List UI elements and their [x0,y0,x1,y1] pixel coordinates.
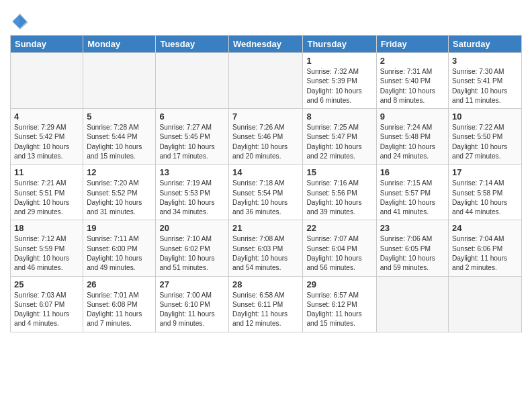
day-number: 19 [87,223,152,233]
day-number: 11 [14,167,79,177]
cell-content: Sunrise: 7:25 AM Sunset: 5:47 PM Dayligh… [306,123,372,161]
logo [10,12,32,31]
day-number: 4 [14,111,79,122]
calendar-cell: 1Sunrise: 7:32 AM Sunset: 5:39 PM Daylig… [303,53,376,109]
calendar-cell [229,53,303,109]
weekday-header-tuesday: Tuesday [156,36,229,53]
cell-content: Sunrise: 7:24 AM Sunset: 5:48 PM Dayligh… [380,123,445,161]
day-number: 12 [87,167,152,177]
cell-content: Sunrise: 7:28 AM Sunset: 5:44 PM Dayligh… [87,123,152,161]
cell-content: Sunrise: 7:11 AM Sunset: 6:00 PM Dayligh… [87,234,152,273]
calendar-cell: 22Sunrise: 7:07 AM Sunset: 6:04 PM Dayli… [303,220,376,276]
page-header [10,7,522,31]
calendar-week-row: 18Sunrise: 7:12 AM Sunset: 5:59 PM Dayli… [11,220,522,276]
day-number: 24 [452,223,518,233]
day-number: 27 [159,279,225,289]
cell-content: Sunrise: 7:29 AM Sunset: 5:42 PM Dayligh… [14,123,79,161]
day-number: 23 [380,223,445,233]
cell-content: Sunrise: 7:15 AM Sunset: 5:57 PM Dayligh… [380,179,445,217]
day-number: 20 [159,223,225,233]
calendar-week-row: 1Sunrise: 7:32 AM Sunset: 5:39 PM Daylig… [11,53,522,109]
calendar-cell: 13Sunrise: 7:19 AM Sunset: 5:53 PM Dayli… [156,165,229,220]
day-number: 15 [306,167,372,177]
cell-content: Sunrise: 6:57 AM Sunset: 6:12 PM Dayligh… [306,291,372,329]
cell-content: Sunrise: 7:27 AM Sunset: 5:45 PM Dayligh… [159,123,225,161]
calendar-cell: 2Sunrise: 7:31 AM Sunset: 5:40 PM Daylig… [376,53,448,109]
calendar-cell: 23Sunrise: 7:06 AM Sunset: 6:05 PM Dayli… [376,220,448,276]
day-number: 6 [159,111,225,122]
calendar-cell: 21Sunrise: 7:08 AM Sunset: 6:03 PM Dayli… [229,220,303,276]
calendar-cell: 5Sunrise: 7:28 AM Sunset: 5:44 PM Daylig… [83,109,156,165]
cell-content: Sunrise: 7:08 AM Sunset: 6:03 PM Dayligh… [232,234,299,273]
cell-content: Sunrise: 7:20 AM Sunset: 5:52 PM Dayligh… [87,179,152,217]
logo-icon [10,12,29,31]
cell-content: Sunrise: 7:22 AM Sunset: 5:50 PM Dayligh… [452,123,518,161]
cell-content: Sunrise: 7:06 AM Sunset: 6:05 PM Dayligh… [380,234,445,273]
calendar-week-row: 25Sunrise: 7:03 AM Sunset: 6:07 PM Dayli… [11,276,522,332]
calendar-cell: 28Sunrise: 6:58 AM Sunset: 6:11 PM Dayli… [229,276,303,332]
calendar-table: SundayMondayTuesdayWednesdayThursdayFrid… [10,35,522,332]
calendar-cell: 17Sunrise: 7:14 AM Sunset: 5:58 PM Dayli… [449,165,522,220]
day-number: 16 [380,167,445,177]
weekday-header-monday: Monday [83,36,156,53]
cell-content: Sunrise: 7:32 AM Sunset: 5:39 PM Dayligh… [306,67,372,105]
calendar-cell: 10Sunrise: 7:22 AM Sunset: 5:50 PM Dayli… [449,109,522,165]
calendar-header-row: SundayMondayTuesdayWednesdayThursdayFrid… [11,36,522,53]
cell-content: Sunrise: 7:18 AM Sunset: 5:54 PM Dayligh… [232,179,299,217]
day-number: 13 [159,167,225,177]
day-number: 10 [452,111,518,122]
day-number: 28 [232,279,299,289]
day-number: 2 [380,56,445,66]
day-number: 21 [232,223,299,233]
calendar-cell: 3Sunrise: 7:30 AM Sunset: 5:41 PM Daylig… [449,53,522,109]
calendar-cell: 11Sunrise: 7:21 AM Sunset: 5:51 PM Dayli… [11,165,83,220]
weekday-header-wednesday: Wednesday [229,36,303,53]
calendar-cell: 20Sunrise: 7:10 AM Sunset: 6:02 PM Dayli… [156,220,229,276]
day-number: 25 [14,279,79,289]
cell-content: Sunrise: 7:21 AM Sunset: 5:51 PM Dayligh… [14,179,79,217]
calendar-cell [83,53,156,109]
cell-content: Sunrise: 7:07 AM Sunset: 6:04 PM Dayligh… [306,234,372,273]
weekday-header-friday: Friday [376,36,448,53]
day-number: 18 [14,223,79,233]
cell-content: Sunrise: 7:12 AM Sunset: 5:59 PM Dayligh… [14,234,79,273]
day-number: 5 [87,111,152,122]
day-number: 26 [87,279,152,289]
calendar-cell: 19Sunrise: 7:11 AM Sunset: 6:00 PM Dayli… [83,220,156,276]
calendar-cell: 6Sunrise: 7:27 AM Sunset: 5:45 PM Daylig… [156,109,229,165]
day-number: 17 [452,167,518,177]
calendar-cell: 14Sunrise: 7:18 AM Sunset: 5:54 PM Dayli… [229,165,303,220]
calendar-cell: 25Sunrise: 7:03 AM Sunset: 6:07 PM Dayli… [11,276,83,332]
calendar-cell [11,53,83,109]
cell-content: Sunrise: 6:58 AM Sunset: 6:11 PM Dayligh… [232,291,299,329]
cell-content: Sunrise: 7:26 AM Sunset: 5:46 PM Dayligh… [232,123,299,161]
calendar-cell [156,53,229,109]
calendar-cell: 8Sunrise: 7:25 AM Sunset: 5:47 PM Daylig… [303,109,376,165]
day-number: 7 [232,111,299,122]
weekday-header-saturday: Saturday [449,36,522,53]
calendar-cell: 26Sunrise: 7:01 AM Sunset: 6:08 PM Dayli… [83,276,156,332]
calendar-week-row: 4Sunrise: 7:29 AM Sunset: 5:42 PM Daylig… [11,109,522,165]
calendar-cell: 16Sunrise: 7:15 AM Sunset: 5:57 PM Dayli… [376,165,448,220]
calendar-cell: 7Sunrise: 7:26 AM Sunset: 5:46 PM Daylig… [229,109,303,165]
day-number: 1 [306,56,372,66]
cell-content: Sunrise: 7:14 AM Sunset: 5:58 PM Dayligh… [452,179,518,217]
svg-marker-1 [19,13,28,30]
cell-content: Sunrise: 7:30 AM Sunset: 5:41 PM Dayligh… [452,67,518,105]
cell-content: Sunrise: 7:01 AM Sunset: 6:08 PM Dayligh… [87,291,152,329]
day-number: 3 [452,56,518,66]
calendar-cell: 24Sunrise: 7:04 AM Sunset: 6:06 PM Dayli… [449,220,522,276]
day-number: 8 [306,111,372,122]
calendar-cell [376,276,448,332]
cell-content: Sunrise: 7:03 AM Sunset: 6:07 PM Dayligh… [14,291,79,329]
calendar-cell: 15Sunrise: 7:16 AM Sunset: 5:56 PM Dayli… [303,165,376,220]
weekday-header-thursday: Thursday [303,36,376,53]
weekday-header-sunday: Sunday [11,36,83,53]
cell-content: Sunrise: 7:10 AM Sunset: 6:02 PM Dayligh… [159,234,225,273]
day-number: 14 [232,167,299,177]
cell-content: Sunrise: 7:04 AM Sunset: 6:06 PM Dayligh… [452,234,518,273]
calendar-cell [449,276,522,332]
calendar-cell: 29Sunrise: 6:57 AM Sunset: 6:12 PM Dayli… [303,276,376,332]
cell-content: Sunrise: 7:00 AM Sunset: 6:10 PM Dayligh… [159,291,225,329]
calendar-week-row: 11Sunrise: 7:21 AM Sunset: 5:51 PM Dayli… [11,165,522,220]
